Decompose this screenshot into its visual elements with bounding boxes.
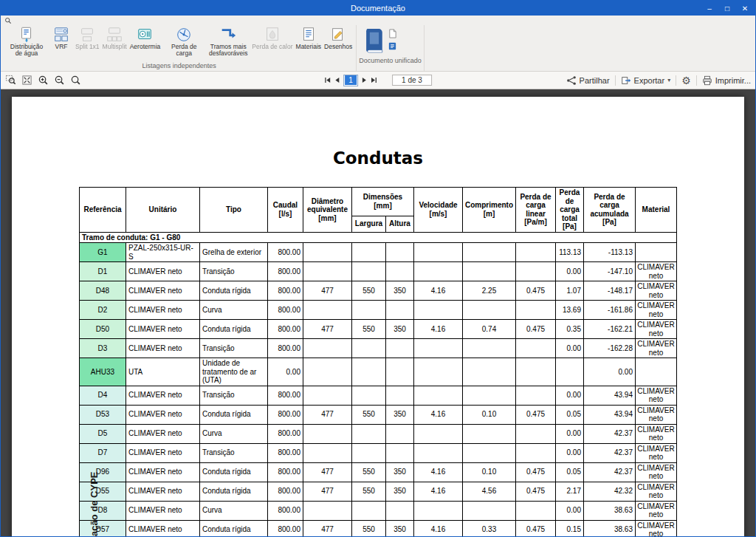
cell-material: CLIMAVER neto [636, 462, 677, 482]
close-button[interactable]: ✕ [736, 1, 754, 16]
col-header-dimensoes: Dimensões [mm] [351, 188, 413, 216]
cell-unitario: CLIMAVER neto [126, 281, 199, 301]
multisplit-icon [106, 26, 123, 44]
unified-document-button[interactable] [362, 27, 385, 55]
table-row: D2CLIMAVER netoCurva800.0013.69-161.86CL… [79, 301, 676, 320]
cell-largura: 550 [351, 462, 385, 482]
unified-sheet-button[interactable] [388, 29, 397, 38]
cell-perda-acumulada: 38.63 [584, 501, 636, 520]
ribbon-button-label: Aerotermia [130, 44, 161, 50]
ribbon-button-label: Perda de carga [163, 44, 205, 58]
cell-largura [351, 243, 385, 262]
ribbon-button-distribuicao-de-agua[interactable]: Distribuição de água [4, 25, 49, 58]
minimize-button[interactable]: – [701, 1, 718, 16]
ribbon-button-materiais[interactable]: Materiais [295, 25, 323, 51]
zoom-region-button[interactable] [5, 75, 16, 86]
cell-altura: 350 [385, 482, 413, 501]
col-header-largura: Largura [351, 216, 385, 232]
zoom-button[interactable] [70, 75, 81, 86]
cell-diametro [303, 243, 351, 262]
section-label: Tramo de conduta: G1 - G80 [79, 232, 676, 243]
cell-caudal: 800.00 [267, 520, 303, 536]
cell-ref: D4 [79, 386, 126, 405]
table-row: D4CLIMAVER netoTransição800.000.0043.94C… [79, 386, 676, 405]
cell-perda-linear [516, 424, 556, 443]
cell-ref: D5 [79, 424, 126, 443]
cell-perda-linear [516, 262, 556, 281]
cell-diametro [303, 339, 351, 358]
table-row: D57CLIMAVER netoConduta rígida800.004775… [79, 520, 676, 536]
cell-perda-total: 1.07 [556, 281, 584, 301]
cell-ref: D48 [79, 281, 126, 301]
cell-diametro: 477 [303, 405, 351, 424]
maximize-button[interactable]: □ [718, 1, 736, 16]
cell-perda-acumulada: 42.37 [584, 443, 636, 462]
cell-largura [351, 301, 385, 320]
cell-altura [385, 243, 413, 262]
cell-material: CLIMAVER neto [636, 320, 677, 339]
cell-comprimento [463, 262, 516, 281]
cell-tipo: Conduta rígida [199, 320, 267, 339]
cell-ref: D2 [79, 301, 126, 320]
cell-diametro: 477 [303, 462, 351, 482]
cell-perda-acumulada: 42.37 [584, 462, 636, 482]
cell-perda-acumulada: 0.00 [584, 358, 636, 386]
col-header-caudal: Caudal [l/s] [267, 188, 303, 233]
cell-caudal: 800.00 [267, 281, 303, 301]
unified-small-buttons [388, 27, 397, 51]
cell-material: CLIMAVER neto [636, 405, 677, 424]
cell-caudal: 0.00 [267, 358, 303, 386]
unified-document-book-icon [362, 27, 385, 55]
ribbon-button-aerotermia[interactable]: Aerotermia [128, 25, 162, 51]
ribbon-button-label: Multisplit [103, 44, 127, 50]
cell-perda-acumulada: -148.17 [584, 281, 636, 301]
settings-button[interactable]: ⚙ [681, 75, 691, 86]
zoom-in-button[interactable] [38, 75, 49, 86]
cell-tipo: Transição [199, 339, 267, 358]
ribbon-button-desenhos[interactable]: Desenhos [323, 25, 354, 51]
cell-comprimento: 0.10 [463, 405, 516, 424]
zoom-fit-button[interactable] [21, 75, 32, 86]
next-page-button[interactable] [361, 77, 368, 83]
print-button[interactable]: Imprimir... [702, 75, 751, 86]
document-viewport[interactable]: ração de CYPE Condutas Referência Unitár… [1, 89, 755, 536]
cell-perda-linear [516, 339, 556, 358]
cell-ref: D3 [79, 339, 126, 358]
cell-tipo: Conduta rígida [199, 462, 267, 482]
ribbon-button-label: Perda de calor [252, 44, 292, 50]
cell-caudal: 800.00 [267, 262, 303, 281]
col-header-comprimento: Comprimento [m] [463, 188, 516, 233]
share-button[interactable]: Partilhar [566, 75, 610, 86]
export-button[interactable]: Exportar ▾ [621, 75, 671, 86]
ribbon-button-tramos-mais-desfavoraveis[interactable]: Tramos mais desfavoráveis [206, 25, 250, 58]
cell-comprimento: 0.33 [463, 520, 516, 536]
cell-caudal: 800.00 [267, 301, 303, 320]
window-controls: – □ ✕ [701, 1, 754, 16]
ribbon-button-label: Materiais [296, 44, 321, 50]
cell-unitario: CLIMAVER neto [126, 405, 199, 424]
cell-comprimento [463, 301, 516, 320]
vrf-icon [52, 26, 70, 44]
white-sheet-icon [388, 29, 397, 38]
cell-tipo: Grelha de exterior [199, 243, 267, 262]
cell-material: CLIMAVER neto [636, 520, 677, 536]
first-page-button[interactable] [324, 77, 331, 83]
page-navigation: 1 1 de 3 [324, 75, 432, 86]
cell-velocidade: 4.16 [414, 462, 463, 482]
previous-page-button[interactable] [334, 77, 340, 83]
cell-ref: G1 [79, 243, 126, 262]
ribbon-search-strip [1, 16, 755, 25]
conduit-table-body: Tramo de conduta: G1 - G80G1PZAL-250x315… [79, 232, 676, 536]
last-page-button[interactable] [371, 77, 377, 83]
cell-unitario: CLIMAVER neto [126, 301, 199, 320]
col-header-velocidade: Velocidade [m/s] [414, 188, 463, 233]
ribbon-button-vrf[interactable]: VRF [49, 25, 74, 51]
cell-largura [351, 358, 385, 386]
cell-material: CLIMAVER neto [636, 301, 677, 320]
unified-blue-doc-button[interactable] [388, 41, 397, 51]
page-number-input[interactable]: 1 [343, 75, 358, 86]
ribbon-button-perda-de-carga[interactable]: Perda de carga [162, 25, 206, 58]
cell-perda-total: 0.00 [556, 386, 584, 405]
cell-perda-acumulada: 38.63 [584, 520, 636, 536]
zoom-out-button[interactable] [54, 75, 65, 86]
